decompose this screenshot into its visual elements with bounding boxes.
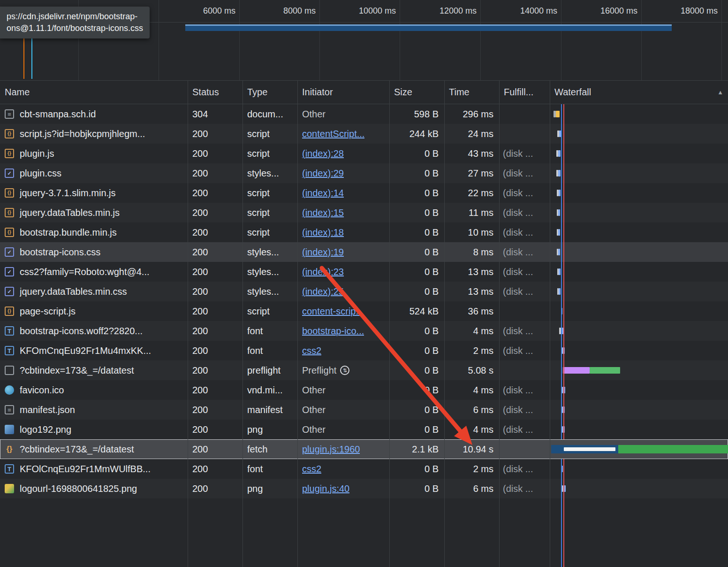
waterfall-bar [559,288,561,295]
timeline-gridline [721,0,722,80]
timeline-overview[interactable]: 6000 ms 8000 ms 10000 ms 12000 ms 14000 … [0,0,728,81]
type-cell: vnd.mi... [243,380,297,400]
type-cell: script [243,183,297,203]
initiator-link[interactable]: content-scrip... [302,306,364,317]
fetch-icon: {} [5,444,14,454]
network-request-row[interactable]: logourl-1698800641825.png200pngplugin.js… [0,479,728,498]
network-request-row[interactable]: {}plugin.js200script(index):280 B43 ms(d… [0,144,728,163]
time-cell: 27 ms [444,163,499,183]
request-name-cell: TKFOlCnqEu92Fr1MmWUlfBB... [0,459,188,479]
request-name: bootstrap.bundle.min.js [20,227,117,238]
time-cell: 5.08 s [444,360,499,380]
column-header-initiator[interactable]: Initiator [297,81,389,104]
request-name-cell: ✓plugin.css [0,163,188,183]
column-header-type[interactable]: Type [243,81,297,104]
document-icon: ≡ [5,405,14,414]
size-cell: 0 B [389,242,444,262]
status-cell: 200 [188,203,243,222]
url-tooltip: ps://cdn.jsdelivr.net/npm/bootstrap- ons… [0,7,150,38]
initiator-link[interactable]: (index):18 [302,227,344,238]
network-request-row[interactable]: {}script.js?id=hobjkcpmjhlegm...200scrip… [0,124,728,144]
initiator-link[interactable]: plugin.js:40 [302,483,349,494]
network-request-row[interactable]: ?cbtindex=173&_=/datatest200preflightPre… [0,360,728,380]
column-header-name[interactable]: Name [0,81,188,104]
fulfilled-cell: (disk ... [499,222,550,242]
status-cell: 200 [188,124,243,144]
status-cell: 200 [188,282,243,301]
request-name: bootstrap-icons.woff2?2820... [20,326,143,337]
fulfilled-cell: (disk ... [499,459,550,479]
column-header-status[interactable]: Status [188,81,243,104]
network-request-row[interactable]: ✓plugin.css200styles...(index):290 B27 m… [0,163,728,183]
initiator-link[interactable]: (index):19 [302,247,344,258]
network-request-row[interactable]: ✓css2?family=Roboto:wght@4...200styles..… [0,262,728,282]
initiator-text: Preflight [302,365,336,376]
initiator-link[interactable]: (index):25 [302,286,344,297]
time-cell: 43 ms [444,144,499,163]
column-header-size[interactable]: Size [389,81,444,104]
initiator-link[interactable]: plugin.js:1960 [302,444,360,455]
network-request-row[interactable]: {}?cbtindex=173&_=/datatest200fetchplugi… [0,439,728,459]
fulfilled-cell [499,124,550,144]
status-cell: 200 [188,144,243,163]
network-request-row[interactable]: {}jquery.dataTables.min.js200script(inde… [0,203,728,222]
initiator-link[interactable]: (index):23 [302,267,344,277]
initiator-link[interactable]: (index):14 [302,188,344,199]
waterfall-cell [550,183,728,203]
preflight-request-icon[interactable]: ⇅ [340,366,349,375]
waterfall-bar [558,150,561,157]
network-request-row[interactable]: {}page-script.js200scriptcontent-scrip..… [0,301,728,321]
waterfall-bar [618,445,728,453]
network-request-row[interactable]: logo192.png200pngOther0 B4 ms(disk ... [0,420,728,439]
column-separator [297,81,298,567]
initiator-link[interactable]: css2 [302,464,321,475]
timeline-gridline [400,0,400,80]
network-request-row[interactable]: TKFOmCnqEu92Fr1Mu4mxKK...200fontcss20 B2… [0,341,728,360]
initiator-cell: (index):29 [297,163,389,183]
status-cell: 200 [188,242,243,262]
network-request-row[interactable]: favicon.ico200vnd.mi...Other0 B4 ms(disk… [0,380,728,400]
waterfall-bar [558,170,561,176]
waterfall-cell [550,203,728,222]
network-request-row[interactable]: ≡cbt-smanpa.sch.id304docum...Other598 B2… [0,104,728,124]
column-header-time[interactable]: Time [444,81,499,104]
network-request-row[interactable]: ✓bootstrap-icons.css200styles...(index):… [0,242,728,262]
time-cell: 4 ms [444,321,499,341]
type-cell: script [243,203,297,222]
status-cell: 200 [188,301,243,321]
size-cell: 0 B [389,420,444,439]
time-cell: 296 ms [444,104,499,124]
initiator-link[interactable]: css2 [302,345,321,356]
waterfall-bar [559,268,561,275]
initiator-cell: Other [297,420,389,439]
waterfall-cell [550,282,728,301]
initiator-link[interactable]: (index):29 [302,168,344,179]
script-icon: {} [5,208,14,217]
waterfall-bar [559,190,561,196]
stylesheet-icon: ✓ [5,287,14,296]
column-header-waterfall[interactable]: Waterfall ▲ [550,81,728,104]
tooltip-url-line: ons@1.11.1/font/bootstrap-icons.css [7,23,143,34]
request-name-cell: ✓jquery.dataTables.min.css [0,282,188,301]
initiator-link[interactable]: bootstrap-ico... [302,326,364,337]
network-request-row[interactable]: {}jquery-3.7.1.slim.min.js200script(inde… [0,183,728,203]
type-cell: styles... [243,242,297,262]
network-request-row[interactable]: {}bootstrap.bundle.min.js200script(index… [0,222,728,242]
status-cell: 200 [188,183,243,203]
network-request-row[interactable]: ✓jquery.dataTables.min.css200styles...(i… [0,282,728,301]
network-request-row[interactable]: ≡manifest.json200manifestOther0 B6 ms(di… [0,400,728,420]
waterfall-cell [550,321,728,341]
type-cell: manifest [243,400,297,420]
initiator-link[interactable]: contentScript... [302,129,364,139]
initiator-link[interactable]: (index):28 [302,148,344,159]
script-icon: {} [5,149,14,158]
network-request-row[interactable]: TKFOlCnqEu92Fr1MmWUlfBB...200fontcss20 B… [0,459,728,479]
waterfall-cell [550,459,728,479]
network-request-row[interactable]: Tbootstrap-icons.woff2?2820...200fontboo… [0,321,728,341]
type-cell: font [243,459,297,479]
size-cell: 0 B [389,479,444,498]
request-name-cell: Tbootstrap-icons.woff2?2820... [0,321,188,341]
column-header-fulfilled[interactable]: Fulfill... [499,81,550,104]
request-name-cell: {}?cbtindex=173&_=/datatest [0,439,188,459]
initiator-link[interactable]: (index):15 [302,207,344,218]
